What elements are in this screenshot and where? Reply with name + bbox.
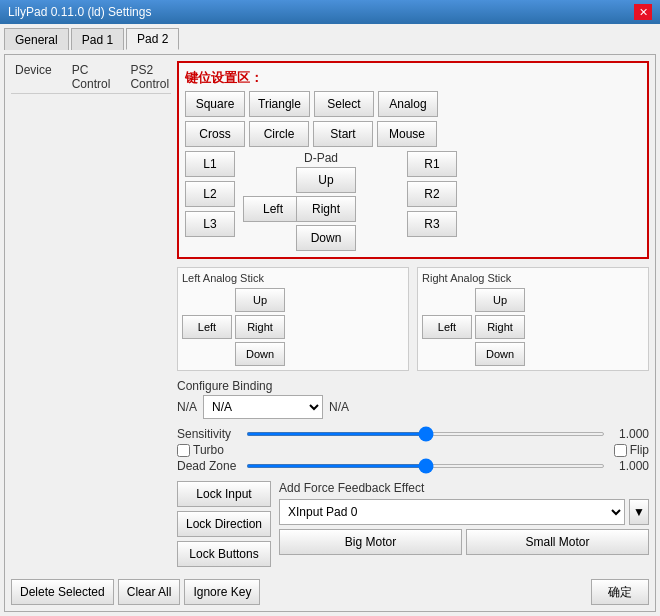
tab-pad1[interactable]: Pad 1 <box>71 28 124 50</box>
keybind-title: 键位设置区： <box>185 69 641 87</box>
close-button[interactable]: ✕ <box>634 4 652 20</box>
btn-left-analog-up[interactable]: Up <box>235 288 285 312</box>
btn-right-analog-down[interactable]: Down <box>475 342 525 366</box>
configure-value2: N/A <box>329 400 349 414</box>
window-title: LilyPad 0.11.0 (ld) Settings <box>8 5 151 19</box>
btn-dpad-right[interactable]: Right <box>296 196 356 222</box>
btn-dpad-up[interactable]: Up <box>296 167 356 193</box>
left-analog-title: Left Analog Stick <box>182 272 404 284</box>
btn-ignore-key[interactable]: Ignore Key <box>184 579 260 605</box>
btn-lock-input[interactable]: Lock Input <box>177 481 271 507</box>
btn-r1[interactable]: R1 <box>407 151 457 177</box>
col-pc-control: PC Control <box>72 63 111 91</box>
sensitivity-label: Sensitivity <box>177 427 242 441</box>
force-feedback-title: Add Force Feedback Effect <box>279 481 649 495</box>
btn-left-analog-down[interactable]: Down <box>235 342 285 366</box>
btn-big-motor[interactable]: Big Motor <box>279 529 462 555</box>
btn-circle[interactable]: Circle <box>249 121 309 147</box>
btn-dpad-down[interactable]: Down <box>296 225 356 251</box>
btn-r2[interactable]: R2 <box>407 181 457 207</box>
btn-small-motor[interactable]: Small Motor <box>466 529 649 555</box>
btn-square[interactable]: Square <box>185 91 245 117</box>
force-feedback-select[interactable]: XInput Pad 0 <box>279 499 625 525</box>
btn-l3[interactable]: L3 <box>185 211 235 237</box>
col-ps2-control: PS2 Control <box>130 63 169 91</box>
btn-cross[interactable]: Cross <box>185 121 245 147</box>
btn-select[interactable]: Select <box>314 91 374 117</box>
btn-triangle[interactable]: Triangle <box>249 91 310 117</box>
btn-mouse[interactable]: Mouse <box>377 121 437 147</box>
btn-start[interactable]: Start <box>313 121 373 147</box>
btn-l1[interactable]: L1 <box>185 151 235 177</box>
btn-delete-selected[interactable]: Delete Selected <box>11 579 114 605</box>
btn-r3[interactable]: R3 <box>407 211 457 237</box>
btn-dpad-left[interactable]: Left <box>243 196 303 222</box>
btn-right-analog-right[interactable]: Right <box>475 315 525 339</box>
configure-value1: N/A <box>177 400 197 414</box>
sensitivity-value: 1.000 <box>609 427 649 441</box>
sensitivity-slider[interactable] <box>246 432 605 436</box>
btn-l2[interactable]: L2 <box>185 181 235 207</box>
tab-pad2[interactable]: Pad 2 <box>126 28 179 50</box>
deadzone-slider[interactable] <box>246 464 605 468</box>
btn-left-analog-left[interactable]: Left <box>182 315 232 339</box>
btn-left-analog-right[interactable]: Right <box>235 315 285 339</box>
dpad-label: D-Pad <box>304 151 338 165</box>
flip-checkbox[interactable] <box>614 444 627 457</box>
feedback-select-arrow[interactable]: ▼ <box>629 499 649 525</box>
flip-checkbox-label[interactable]: Flip <box>614 443 649 457</box>
col-device: Device <box>15 63 52 91</box>
turbo-checkbox-label[interactable]: Turbo <box>177 443 224 457</box>
btn-lock-direction[interactable]: Lock Direction <box>177 511 271 537</box>
btn-lock-buttons[interactable]: Lock Buttons <box>177 541 271 567</box>
deadzone-label: Dead Zone <box>177 459 242 473</box>
configure-binding-label: Configure Binding <box>177 379 649 393</box>
btn-right-analog-left[interactable]: Left <box>422 315 472 339</box>
turbo-checkbox[interactable] <box>177 444 190 457</box>
btn-clear-all[interactable]: Clear All <box>118 579 181 605</box>
btn-right-analog-up[interactable]: Up <box>475 288 525 312</box>
configure-select[interactable]: N/A <box>203 395 323 419</box>
tab-general[interactable]: General <box>4 28 69 50</box>
btn-analog[interactable]: Analog <box>378 91 438 117</box>
right-analog-title: Right Analog Stick <box>422 272 644 284</box>
deadzone-value: 1.000 <box>609 459 649 473</box>
btn-ok[interactable]: 确定 <box>591 579 649 605</box>
